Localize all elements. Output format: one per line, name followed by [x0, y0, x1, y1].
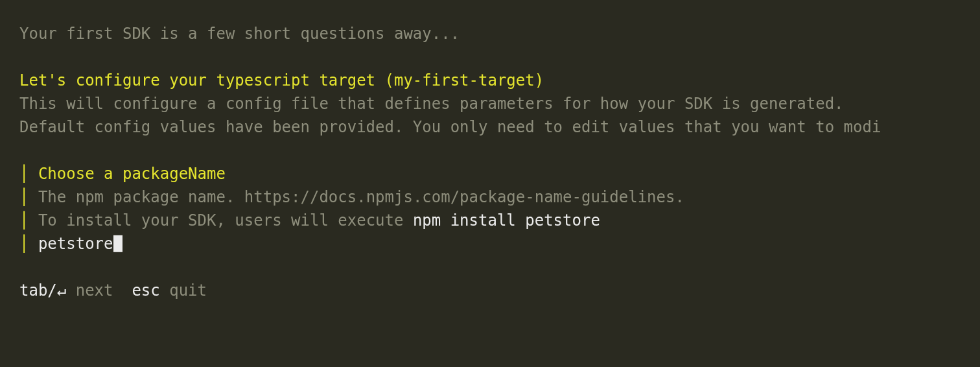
install-hint-prefix: To install your SDK, users will execute	[38, 211, 413, 230]
prompt-bar-icon: │	[19, 188, 38, 206]
section-description-1: This will configure a config file that d…	[19, 95, 844, 113]
section-heading: Let's configure your typescript target (…	[19, 71, 544, 89]
section-description-2: Default config values have been provided…	[19, 118, 881, 136]
key-hint-tab-label: next	[66, 281, 132, 300]
cursor-icon	[113, 235, 122, 252]
key-hint-tab: tab/↵	[19, 281, 66, 300]
key-hint-esc: esc	[132, 281, 159, 300]
prompt-help: The npm package name. https://docs.npmjs…	[38, 188, 684, 206]
terminal-output: Your first SDK is a few short questions …	[0, 0, 980, 324]
intro-text: Your first SDK is a few short questions …	[19, 25, 460, 43]
prompt-bar-icon: │	[19, 211, 38, 230]
key-hint-esc-label: quit	[160, 281, 207, 300]
install-command: npm install petstore	[413, 211, 600, 230]
prompt-bar-icon: │	[19, 235, 38, 253]
prompt-bar-icon: │	[19, 165, 38, 183]
package-name-input[interactable]: petstore	[38, 235, 113, 253]
prompt-title: Choose a packageName	[38, 165, 226, 183]
